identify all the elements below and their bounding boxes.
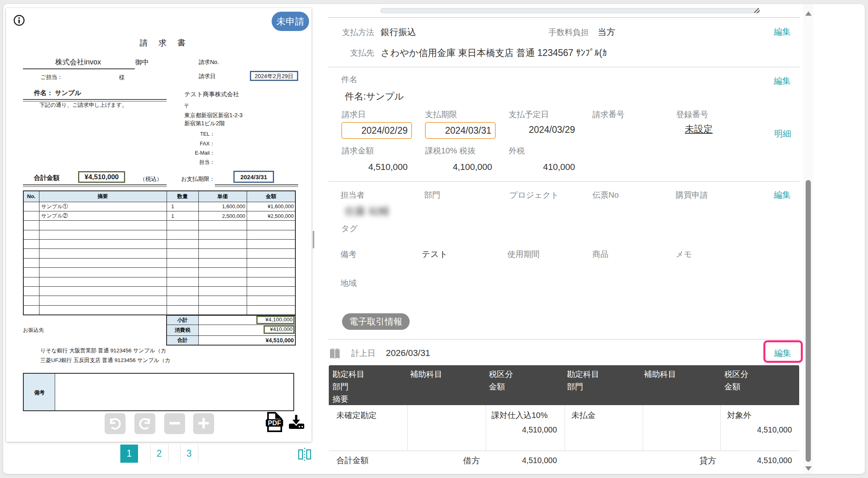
- svg-text:PDF: PDF: [268, 419, 281, 426]
